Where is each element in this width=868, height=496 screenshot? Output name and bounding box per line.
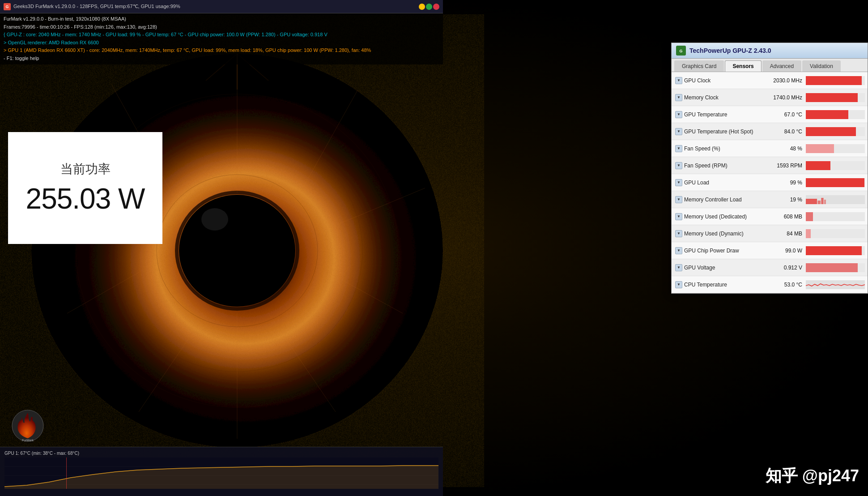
- sensor-bar-gpu-power: [806, 246, 865, 255]
- sensor-bar-fill-gpu-hotspot: [806, 127, 856, 136]
- furmark-icon: G: [4, 3, 11, 10]
- tab-advanced[interactable]: Advanced: [762, 60, 801, 72]
- log-line-6: - F1: toggle help: [4, 55, 439, 63]
- sensor-name-gpu-load: ▼ GPU Load: [672, 179, 761, 186]
- sensor-bar-fill-fan-rpm: [806, 161, 830, 170]
- gpuz-title: TechPowerUp GPU-Z 2.43.0: [689, 47, 771, 54]
- gpu-power-dropdown[interactable]: ▼: [675, 247, 682, 254]
- sensor-value-fan-pct: 48 %: [761, 145, 806, 152]
- fan-pct-dropdown[interactable]: ▼: [675, 145, 682, 152]
- tab-graphics-card[interactable]: Graphics Card: [674, 60, 724, 72]
- sensor-bar-fill-mem-dynamic: [806, 229, 811, 238]
- log-line-4: > OpenGL renderer: AMD Radeon RX 6600: [4, 39, 439, 47]
- sensor-bar-fan-rpm: [806, 161, 865, 170]
- sensor-value-gpu-hotspot: 84.0 °C: [761, 128, 806, 135]
- fan-rpm-dropdown[interactable]: ▼: [675, 162, 682, 169]
- furmark-titlebar: G Geeks3D FurMark v1.29.0.0 - 128FPS, GP…: [0, 0, 443, 13]
- sensor-row-cpu-temp: ▼ CPU Temperature 53.0 °C: [672, 276, 868, 293]
- sensor-name-mem-ctrl: ▼ Memory Controller Load: [672, 196, 761, 203]
- window-controls[interactable]: [419, 4, 439, 10]
- sensor-row-mem-ctrl: ▼ Memory Controller Load 19 %: [672, 191, 868, 208]
- sensor-row-gpu-hotspot: ▼ GPU Temperature (Hot Spot) 84.0 °C: [672, 123, 868, 140]
- gpu-clock-dropdown[interactable]: ▼: [675, 77, 682, 84]
- cpu-temp-dropdown[interactable]: ▼: [675, 281, 682, 288]
- sensor-bar-fill-fan-pct: [806, 144, 834, 153]
- watermark: 知乎 @pj247: [766, 465, 859, 487]
- log-line-1: FurMark v1.29.0.0 - Burn-in test, 1920x1…: [4, 15, 439, 23]
- gpu-load-dropdown[interactable]: ▼: [675, 179, 682, 186]
- sensor-bar-mem-ctrl: [806, 195, 865, 204]
- minimize-button[interactable]: [419, 4, 425, 10]
- gpu-voltage-dropdown[interactable]: ▼: [675, 264, 682, 271]
- temperature-graph: GPU 1: 67°C (min: 38°C - max: 68°C): [0, 447, 443, 496]
- sensor-bar-gpu-clock: [806, 76, 865, 85]
- furmark-logo-svg: FurMark: [11, 409, 45, 443]
- sensor-row-gpu-temp: ▼ GPU Temperature 67.0 °C: [672, 106, 868, 123]
- sensor-name-gpu-hotspot: ▼ GPU Temperature (Hot Spot): [672, 128, 761, 135]
- power-display: 当前功率 255.03 W: [8, 132, 162, 244]
- log-line-2: Frames:79996 - time:00:10:26 - FPS:128 (…: [4, 23, 439, 31]
- svg-rect-34: [821, 198, 823, 204]
- sensor-bar-fill-gpu-load: [806, 178, 864, 187]
- sensor-bar-fill-gpu-voltage: [806, 263, 858, 272]
- tab-sensors[interactable]: Sensors: [725, 60, 761, 72]
- svg-text:G: G: [679, 49, 682, 53]
- sensor-row-fan-pct: ▼ Fan Speed (%) 48 %: [672, 140, 868, 157]
- furmark-title: Geeks3D FurMark v1.29.0.0 - 128FPS, GPU1…: [13, 4, 419, 9]
- gpuz-panel: G TechPowerUp GPU-Z 2.43.0 Graphics Card…: [671, 43, 868, 294]
- sensor-value-mem-dedicated: 608 MB: [761, 214, 806, 220]
- sensor-value-mem-dynamic: 84 MB: [761, 231, 806, 237]
- sensor-bar-fill-gpu-temp: [806, 110, 848, 119]
- svg-rect-35: [824, 200, 826, 204]
- sensor-bar-fan-pct: [806, 144, 865, 153]
- log-line-5: > GPU 1 (AMD Radeon RX 6600 XT) - core: …: [4, 47, 439, 55]
- sensor-value-gpu-clock: 2030.0 MHz: [761, 77, 806, 84]
- sensor-bar-fill-memory-clock: [806, 93, 858, 102]
- sensor-bar-fill-mem-dedicated: [806, 212, 813, 221]
- power-label: 当前功率: [60, 161, 111, 178]
- maximize-button[interactable]: [426, 4, 432, 10]
- tab-validation[interactable]: Validation: [802, 60, 841, 72]
- sensor-row-mem-dedicated: ▼ Memory Used (Dedicated) 608 MB: [672, 208, 868, 225]
- sensor-name-fan-pct: ▼ Fan Speed (%): [672, 145, 761, 152]
- sensor-bar-mem-dedicated: [806, 212, 865, 221]
- sensor-bar-fill-gpu-power: [806, 246, 862, 255]
- gpuz-logo: G: [676, 46, 686, 56]
- temp-graph-label: GPU 1: 67°C (min: 38°C - max: 68°C): [4, 451, 438, 456]
- memory-clock-dropdown[interactable]: ▼: [675, 94, 682, 101]
- sensor-name-memory-clock: ▼ Memory Clock: [672, 94, 761, 101]
- sensor-bar-gpu-voltage: [806, 263, 865, 272]
- power-value: 255.03 W: [26, 182, 145, 215]
- sensor-bar-gpu-hotspot: [806, 127, 865, 136]
- sensor-row-gpu-voltage: ▼ GPU Voltage 0.912 V: [672, 259, 868, 276]
- svg-rect-33: [817, 201, 821, 204]
- svg-rect-36: [806, 280, 865, 289]
- mem-dedicated-dropdown[interactable]: ▼: [675, 213, 682, 220]
- sensor-name-cpu-temp: ▼ CPU Temperature: [672, 281, 761, 288]
- sensor-row-gpu-load: ▼ GPU Load 99 %: [672, 174, 868, 191]
- sensor-bar-cpu-temp: [806, 280, 865, 289]
- gpu-hotspot-dropdown[interactable]: ▼: [675, 128, 682, 135]
- sensor-value-mem-ctrl: 19 %: [761, 197, 806, 203]
- furmark-logo: FurMark: [11, 409, 45, 445]
- sensor-row-gpu-clock: ▼ GPU Clock 2030.0 MHz: [672, 72, 868, 89]
- sensor-name-gpu-power: ▼ GPU Chip Power Draw: [672, 247, 761, 254]
- sensor-bar-mem-dynamic: [806, 229, 865, 238]
- sensor-bar-gpu-load: [806, 178, 865, 187]
- sensor-list: ▼ GPU Clock 2030.0 MHz ▼ Memory Clock 17…: [672, 72, 868, 293]
- sensor-bar-gpu-temp: [806, 110, 865, 119]
- close-button[interactable]: [433, 4, 439, 10]
- furmark-log: FurMark v1.29.0.0 - Burn-in test, 1920x1…: [0, 13, 443, 64]
- gpuz-titlebar: G TechPowerUp GPU-Z 2.43.0: [672, 43, 868, 59]
- sensor-row-memory-clock: ▼ Memory Clock 1740.0 MHz: [672, 89, 868, 106]
- gpu-temp-dropdown[interactable]: ▼: [675, 111, 682, 118]
- mem-dynamic-dropdown[interactable]: ▼: [675, 230, 682, 237]
- sensor-row-fan-rpm: ▼ Fan Speed (RPM) 1593 RPM: [672, 157, 868, 174]
- svg-text:FurMark: FurMark: [22, 439, 34, 442]
- sensor-name-fan-rpm: ▼ Fan Speed (RPM): [672, 162, 761, 169]
- gpuz-tabs[interactable]: Graphics Card Sensors Advanced Validatio…: [672, 59, 868, 72]
- mem-ctrl-dropdown[interactable]: ▼: [675, 196, 682, 203]
- sensor-name-gpu-temp: ▼ GPU Temperature: [672, 111, 761, 118]
- sensor-name-gpu-voltage: ▼ GPU Voltage: [672, 264, 761, 271]
- sensor-bar-fill-gpu-clock: [806, 76, 862, 85]
